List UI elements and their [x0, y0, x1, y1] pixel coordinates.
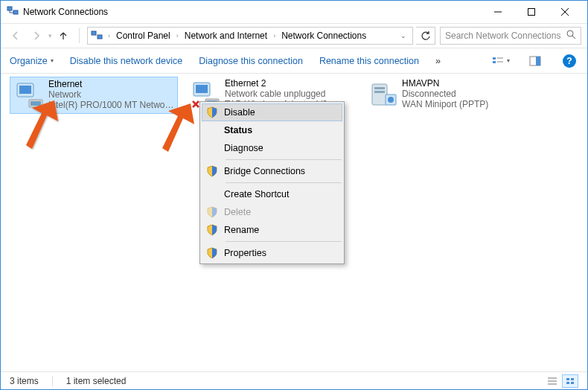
svg-rect-7 — [98, 35, 102, 39]
svg-rect-10 — [493, 57, 496, 60]
svg-rect-11 — [493, 61, 496, 63]
svg-line-9 — [572, 36, 575, 39]
window-title: Network Connections — [23, 7, 481, 17]
vpn-adapter-icon — [366, 78, 399, 111]
separator — [79, 28, 80, 43]
breadcrumb-item[interactable]: Network Connections — [279, 29, 368, 42]
selection-count: 1 item selected — [66, 376, 127, 386]
context-item-rename[interactable]: Rename — [202, 221, 342, 239]
connection-status: Network — [48, 89, 175, 100]
addressbar: ▾ › Control Panel › Network and Internet… — [1, 23, 587, 48]
preview-pane-button[interactable] — [526, 56, 544, 66]
context-item-shortcut[interactable]: Create Shortcut — [202, 185, 342, 203]
minimize-button[interactable] — [481, 1, 514, 22]
network-connections-icon — [91, 29, 103, 43]
connection-name: HMAVPN — [402, 78, 488, 89]
chevron-down-icon[interactable]: ⌄ — [397, 32, 409, 39]
disable-device-button[interactable]: Disable this network device — [70, 56, 182, 66]
toolbar: Organize▾ Disable this network device Di… — [1, 48, 587, 74]
icons-view-button[interactable] — [562, 374, 578, 388]
titlebar: Network Connections — [1, 1, 587, 23]
breadcrumb-item[interactable]: Network and Internet — [182, 29, 269, 42]
shield-icon — [206, 247, 218, 259]
up-button[interactable] — [55, 28, 71, 44]
svg-rect-3 — [528, 9, 534, 16]
svg-point-8 — [567, 31, 573, 36]
back-button[interactable] — [7, 27, 25, 45]
chevron-right-icon[interactable]: › — [271, 32, 278, 39]
context-item-properties[interactable]: Properties — [202, 244, 342, 262]
context-item-diagnose[interactable]: Diagnose — [202, 139, 342, 157]
chevron-down-icon: ▾ — [51, 57, 54, 64]
connection-name: Ethernet — [48, 79, 175, 89]
svg-rect-17 — [19, 86, 31, 94]
search-icon — [566, 30, 576, 42]
svg-rect-36 — [571, 378, 574, 380]
shield-icon — [206, 106, 218, 118]
view-options-button[interactable]: ▾ — [492, 56, 510, 66]
context-item-delete[interactable]: Delete — [202, 203, 342, 221]
shield-icon — [206, 224, 218, 236]
close-button[interactable] — [548, 1, 581, 22]
svg-point-31 — [388, 97, 394, 103]
menu-separator — [226, 182, 342, 183]
help-button[interactable]: ? — [560, 54, 578, 68]
svg-rect-35 — [566, 378, 569, 380]
connection-item-hmavpn[interactable]: HMAVPN Disconnected WAN Miniport (PPTP) — [364, 77, 532, 114]
annotation-arrow — [153, 103, 205, 156]
annotation-arrow — [17, 100, 69, 153]
connection-device: WAN Miniport (PPTP) — [402, 99, 488, 109]
chevron-right-icon[interactable]: › — [106, 32, 112, 39]
statusbar: 3 items 1 item selected — [1, 371, 587, 389]
svg-rect-6 — [92, 31, 96, 35]
menu-separator — [226, 241, 342, 242]
context-item-disable[interactable]: Disable — [202, 103, 342, 121]
diagnose-button[interactable]: Diagnose this connection — [199, 56, 303, 66]
svg-rect-21 — [196, 85, 208, 93]
toolbar-overflow[interactable]: » — [435, 56, 441, 66]
connection-status: Disconnected — [402, 89, 488, 99]
svg-rect-0 — [7, 7, 12, 10]
search-input[interactable]: Search Network Connections — [440, 27, 581, 45]
item-count: 3 items — [10, 376, 39, 386]
context-item-status[interactable]: Status — [202, 121, 342, 139]
breadcrumb-item[interactable]: Control Panel — [114, 29, 173, 42]
organize-menu[interactable]: Organize▾ — [10, 56, 54, 66]
shield-icon — [206, 165, 218, 177]
connection-name: Ethernet 2 — [225, 78, 327, 89]
context-item-bridge[interactable]: Bridge Connections — [202, 162, 342, 180]
connection-status: Network cable unplugged — [225, 89, 327, 99]
svg-rect-28 — [374, 87, 385, 89]
breadcrumb[interactable]: › Control Panel › Network and Internet ›… — [87, 27, 413, 45]
search-placeholder: Search Network Connections — [445, 31, 560, 41]
svg-rect-38 — [571, 382, 574, 384]
shield-icon — [206, 206, 218, 218]
maximize-button[interactable] — [514, 1, 548, 22]
separator — [52, 376, 53, 386]
menu-separator — [226, 159, 342, 160]
forward-button[interactable] — [28, 27, 45, 45]
svg-rect-37 — [566, 382, 569, 384]
network-connections-icon — [7, 4, 19, 19]
svg-rect-29 — [374, 91, 385, 93]
details-view-button[interactable] — [544, 374, 560, 388]
context-menu: Disable Status Diagnose Bridge Connectio… — [199, 101, 345, 264]
chevron-right-icon[interactable]: › — [174, 32, 181, 39]
refresh-button[interactable] — [416, 27, 435, 45]
rename-button[interactable]: Rename this connection — [319, 56, 419, 66]
history-dropdown-icon[interactable]: ▾ — [48, 32, 52, 39]
svg-rect-15 — [536, 57, 540, 65]
